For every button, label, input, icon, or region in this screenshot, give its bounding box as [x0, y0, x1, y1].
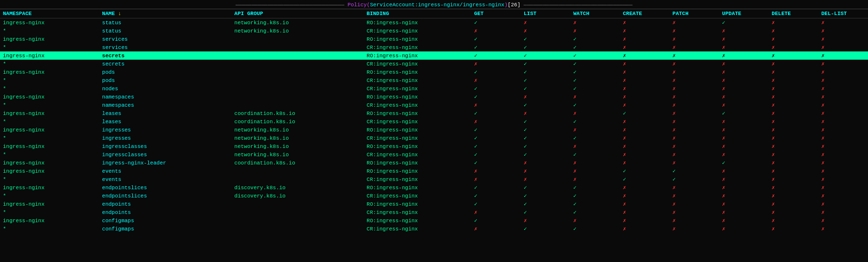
perm-check: ✓: [573, 185, 577, 191]
table-row: ingress-nginx events RO:ingress-nginx ✗ …: [0, 167, 868, 175]
cell-list: ✓: [521, 126, 570, 134]
cell-patch: ✗: [670, 117, 719, 126]
cell-del-list: ✗: [819, 93, 868, 101]
perm-cross: ✗: [821, 185, 825, 191]
cell-create: ✗: [620, 60, 670, 68]
perm-cross: ✗: [573, 28, 577, 34]
cell-binding: CR:ingress-nginx: [364, 27, 471, 35]
perm-check: ✓: [623, 111, 627, 116]
cell-api-group: [231, 175, 364, 183]
cell-namespace: ingress-nginx: [0, 200, 99, 208]
cell-name: ingressclasses: [99, 150, 232, 159]
perm-cross: ✗: [673, 135, 676, 141]
perm-cross: ✗: [821, 160, 825, 166]
cell-delete: ✗: [769, 183, 818, 192]
perm-cross: ✗: [573, 144, 577, 149]
perm-cross: ✗: [772, 160, 775, 166]
cell-watch: ✓: [570, 51, 620, 60]
cell-binding: CR:ingress-nginx: [364, 175, 471, 183]
cell-del-list: ✗: [819, 84, 868, 93]
table-row: * endpoints CR:ingress-nginx ✗ ✓ ✓ ✗ ✗ ✗…: [0, 208, 868, 216]
table-row: * status networking.k8s.io CR:ingress-ng…: [0, 27, 868, 35]
cell-name: endpoints: [99, 208, 232, 216]
perm-cross: ✗: [821, 168, 825, 174]
perm-cross: ✗: [623, 160, 627, 166]
cell-update: ✓: [719, 159, 769, 167]
cell-api-group: networking.k8s.io: [231, 134, 364, 142]
perm-check: ✓: [524, 185, 527, 191]
cell-delete: ✗: [769, 134, 818, 142]
perm-cross: ✗: [821, 218, 825, 224]
cell-binding: RO:ingress-nginx: [364, 167, 471, 175]
perm-check: ✓: [573, 135, 577, 141]
cell-del-list: ✗: [819, 175, 868, 183]
cell-delete: ✗: [769, 60, 818, 68]
cell-update: ✗: [719, 43, 769, 51]
cell-del-list: ✗: [819, 142, 868, 150]
cell-api-group: [231, 101, 364, 109]
cell-patch: ✗: [670, 134, 719, 142]
cell-patch: ✗: [670, 51, 719, 60]
cell-del-list: ✗: [819, 192, 868, 200]
perm-cross: ✗: [524, 94, 527, 100]
cell-api-group: [231, 225, 364, 233]
perm-cross: ✗: [772, 61, 775, 67]
perm-cross: ✗: [673, 226, 676, 232]
perm-cross: ✗: [474, 78, 478, 83]
cell-name: pods: [99, 68, 232, 76]
cell-api-group: [231, 51, 364, 60]
cell-watch: ✗: [570, 167, 620, 175]
cell-update: ✓: [719, 18, 769, 27]
cell-get: ✓: [471, 35, 521, 43]
cell-update: ✗: [719, 93, 769, 101]
perm-check: ✓: [573, 152, 577, 158]
cell-name: events: [99, 175, 232, 183]
perm-cross: ✗: [573, 20, 577, 26]
perm-check: ✓: [573, 69, 577, 75]
perm-cross: ✗: [474, 177, 478, 182]
cell-binding: RO:ingress-nginx: [364, 183, 471, 192]
perm-cross: ✗: [772, 119, 775, 125]
cell-list: ✗: [521, 159, 570, 167]
perm-cross: ✗: [772, 152, 775, 158]
perm-cross: ✗: [772, 193, 775, 199]
cell-del-list: ✗: [819, 126, 868, 134]
cell-delete: ✗: [769, 150, 818, 159]
perm-cross: ✗: [524, 28, 527, 34]
perm-cross: ✗: [722, 193, 725, 199]
perm-cross: ✗: [772, 226, 775, 232]
perm-cross: ✗: [772, 168, 775, 174]
perm-check: ✓: [524, 45, 527, 50]
perm-check: ✓: [573, 102, 577, 108]
cell-watch: ✗: [570, 93, 620, 101]
cell-create: ✗: [620, 84, 670, 93]
perm-check: ✓: [474, 160, 478, 166]
perm-cross: ✗: [821, 144, 825, 149]
perm-cross: ✗: [573, 127, 577, 133]
perm-cross: ✗: [772, 201, 775, 207]
cell-api-group: networking.k8s.io: [231, 150, 364, 159]
cell-api-group: [231, 76, 364, 84]
perm-check: ✓: [524, 86, 527, 92]
perm-cross: ✗: [673, 20, 676, 26]
col-name: NAME ↓: [99, 9, 232, 18]
table-row: * namespaces CR:ingress-nginx ✗ ✓ ✓ ✗ ✗ …: [0, 101, 868, 109]
cell-create: ✗: [620, 159, 670, 167]
cell-namespace: ingress-nginx: [0, 216, 99, 225]
cell-create: ✓: [620, 167, 670, 175]
cell-delete: ✗: [769, 35, 818, 43]
cell-get: ✓: [471, 216, 521, 225]
cell-watch: ✓: [570, 84, 620, 93]
cell-patch: ✗: [670, 93, 719, 101]
cell-del-list: ✗: [819, 216, 868, 225]
cell-get: ✓: [471, 109, 521, 117]
perm-check: ✓: [573, 78, 577, 83]
perm-cross: ✗: [772, 127, 775, 133]
perm-cross: ✗: [772, 210, 775, 215]
perm-check: ✓: [474, 152, 478, 158]
cell-namespace: ingress-nginx: [0, 167, 99, 175]
perm-check: ✓: [474, 218, 478, 224]
cell-namespace: ingress-nginx: [0, 18, 99, 27]
cell-update: ✗: [719, 200, 769, 208]
cell-api-group: networking.k8s.io: [231, 142, 364, 150]
